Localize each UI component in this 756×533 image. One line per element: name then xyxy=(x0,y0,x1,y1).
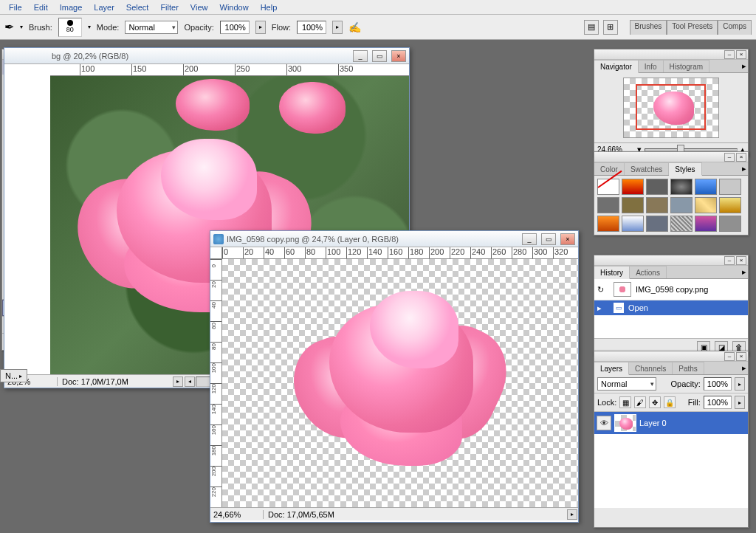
hist-min-icon[interactable]: – xyxy=(724,256,735,265)
style-swatch[interactable] xyxy=(646,197,668,213)
layer-opacity-arrow[interactable]: ▸ xyxy=(735,377,745,391)
mode-label: Mode: xyxy=(97,23,120,32)
nav-slider[interactable] xyxy=(645,148,738,151)
styles-menu-icon[interactable]: ▸ xyxy=(742,164,746,173)
style-swatch[interactable] xyxy=(597,197,619,213)
doc2-zoom[interactable]: 24,66% xyxy=(210,510,264,519)
menu-file[interactable]: File xyxy=(3,1,28,13)
style-swatch[interactable] xyxy=(622,216,644,232)
style-swatch[interactable] xyxy=(646,179,668,195)
doc2-canvas[interactable] xyxy=(222,259,578,507)
opacity-input[interactable]: 100% xyxy=(220,21,250,34)
doc1-info-arrow[interactable]: ▸ xyxy=(173,376,183,387)
layer-name[interactable]: Layer 0 xyxy=(639,419,667,427)
lock-transparent-icon[interactable]: ▦ xyxy=(619,396,631,408)
maximize-button[interactable]: ▭ xyxy=(372,50,387,62)
layer-item[interactable]: 👁 Layer 0 xyxy=(594,412,748,434)
layers-menu-icon[interactable]: ▸ xyxy=(742,363,746,373)
history-snapshot[interactable]: ↻ IMG_0598 copy.png xyxy=(594,279,748,300)
well-tab-comps[interactable]: Comps xyxy=(718,20,752,35)
opacity-arrow[interactable]: ▸ xyxy=(255,21,266,34)
nav-menu-icon[interactable]: ▸ xyxy=(742,61,746,71)
history-menu-icon[interactable]: ▸ xyxy=(742,267,746,277)
style-swatch[interactable] xyxy=(622,179,644,195)
tab-histogram[interactable]: Histogram xyxy=(664,60,710,72)
layer-thumb[interactable] xyxy=(614,414,636,432)
lock-position-icon[interactable]: ✥ xyxy=(649,396,661,408)
blend-mode-dropdown[interactable]: Normal xyxy=(125,21,178,34)
well-tab-brushes[interactable]: Brushes xyxy=(630,20,667,35)
nav-min-icon[interactable]: – xyxy=(724,50,735,59)
doc2-maximize[interactable]: ▭ xyxy=(541,233,556,245)
brush-dropdown-icon[interactable]: ▾ xyxy=(88,24,91,30)
doc2-info-arrow[interactable]: ▸ xyxy=(567,509,577,520)
tool-preset-icon[interactable]: ✒ xyxy=(4,20,14,34)
menu-edit[interactable]: Edit xyxy=(28,1,54,13)
menu-layer[interactable]: Layer xyxy=(88,1,120,13)
style-swatch[interactable] xyxy=(719,179,741,195)
tab-info[interactable]: Info xyxy=(639,60,664,72)
doc2-icon xyxy=(213,234,224,244)
tab-actions[interactable]: Actions xyxy=(630,266,667,278)
tab-channels[interactable]: Channels xyxy=(629,362,673,374)
menu-filter[interactable]: Filter xyxy=(154,1,184,13)
menu-view[interactable]: View xyxy=(185,1,214,13)
style-swatch[interactable] xyxy=(695,179,717,195)
flow-input[interactable]: 100% xyxy=(297,21,326,34)
style-swatch[interactable] xyxy=(695,216,717,232)
nav-thumbnail[interactable] xyxy=(623,78,719,138)
tab-color[interactable]: Color xyxy=(594,162,625,175)
flow-arrow[interactable]: ▸ xyxy=(332,21,343,34)
close-button[interactable]: × xyxy=(391,50,406,62)
menu-image[interactable]: Image xyxy=(54,1,89,13)
style-swatch[interactable] xyxy=(695,197,717,213)
lay-close-icon[interactable]: × xyxy=(736,352,746,361)
tab-history[interactable]: History xyxy=(594,266,630,279)
layer-opacity-input[interactable]: 100% xyxy=(704,377,732,391)
fill-arrow[interactable]: ▸ xyxy=(735,396,745,409)
tab-swatches[interactable]: Swatches xyxy=(625,162,669,175)
brush-preview[interactable]: 80 xyxy=(58,18,82,37)
palette-icon[interactable]: ▤ xyxy=(584,20,599,35)
airbrush-icon[interactable]: ✍ xyxy=(348,21,361,33)
menu-select[interactable]: Select xyxy=(120,1,155,13)
style-swatch[interactable] xyxy=(670,179,693,195)
doc1-titlebar[interactable]: bg @ 20,2% (RGB/8) _ ▭ × xyxy=(4,48,409,64)
sty-close-icon[interactable]: × xyxy=(736,153,746,162)
style-swatch[interactable] xyxy=(622,197,644,213)
style-swatch[interactable] xyxy=(719,216,741,232)
workspace-icon[interactable]: ⊞ xyxy=(603,20,618,35)
tab-styles[interactable]: Styles xyxy=(669,162,701,176)
menu-help[interactable]: Help xyxy=(255,1,284,13)
doc2-close[interactable]: × xyxy=(560,233,575,245)
sty-min-icon[interactable]: – xyxy=(724,153,735,162)
minimize-button[interactable]: _ xyxy=(353,50,368,62)
history-brush-src-icon[interactable]: ↻ xyxy=(597,285,609,295)
style-swatch[interactable] xyxy=(719,197,741,213)
doc2-titlebar[interactable]: IMG_0598 copy.png @ 24,7% (Layer 0, RGB/… xyxy=(210,231,578,247)
fill-input[interactable]: 100% xyxy=(704,396,732,409)
lay-min-icon[interactable]: – xyxy=(724,352,735,361)
history-step-open[interactable]: ▸ ▭ Open xyxy=(594,300,748,315)
hist-close-icon[interactable]: × xyxy=(736,256,746,265)
nav-view-rect[interactable] xyxy=(636,84,706,130)
menu-window[interactable]: Window xyxy=(214,1,255,13)
lock-pixels-icon[interactable]: 🖌 xyxy=(634,396,646,408)
doc2-minimize[interactable]: _ xyxy=(522,233,537,245)
style-swatch[interactable] xyxy=(646,216,668,232)
tool-preset-dropdown[interactable]: ▾ xyxy=(20,24,23,30)
file-tab[interactable]: N...▸ xyxy=(0,369,27,382)
style-none[interactable] xyxy=(597,179,619,195)
tab-paths[interactable]: Paths xyxy=(673,362,704,374)
well-tab-presets[interactable]: Tool Presets xyxy=(667,20,718,35)
blend-mode-select[interactable]: Normal xyxy=(597,377,656,391)
lock-all-icon[interactable]: 🔒 xyxy=(664,396,676,408)
tab-layers[interactable]: Layers xyxy=(594,362,629,375)
nav-close-icon[interactable]: × xyxy=(736,50,746,59)
visibility-icon[interactable]: 👁 xyxy=(597,416,611,430)
style-swatch[interactable] xyxy=(597,216,619,232)
doc1-scroll-left[interactable]: ◂ xyxy=(185,376,195,387)
style-swatch[interactable] xyxy=(670,197,693,213)
style-swatch[interactable] xyxy=(670,216,693,232)
tab-navigator[interactable]: Navigator xyxy=(594,60,639,73)
